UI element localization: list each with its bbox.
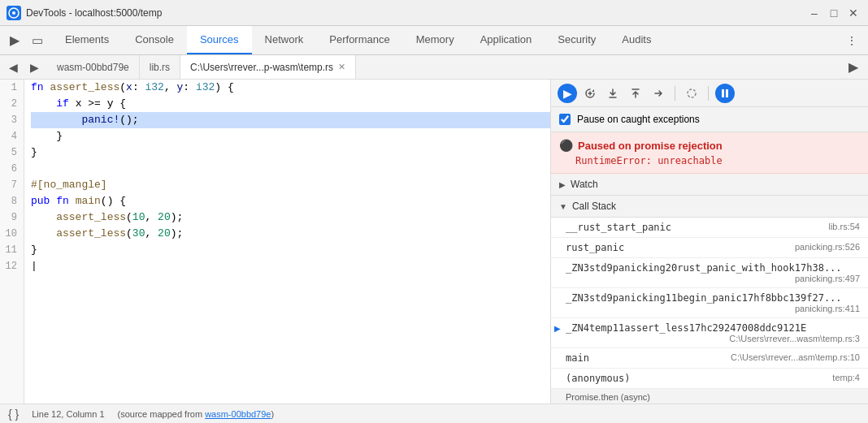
- error-banner: ⚫ Paused on promise rejection RuntimeErr…: [551, 132, 868, 174]
- devtools-icon: [7, 6, 21, 20]
- code-line-3: panic!();: [31, 112, 550, 128]
- content-area: 1 2 3 4 5 6 7 8 9 10 11 12 fn asse: [0, 80, 868, 404]
- window-controls: – □ ✕: [806, 5, 861, 21]
- cursor-position: Line 12, Column 1: [32, 409, 104, 419]
- svg-rect-4: [726, 89, 728, 97]
- stack-fn-name-5: main: [566, 352, 724, 364]
- device-icon[interactable]: ▭: [28, 31, 47, 50]
- call-stack-label: Call Stack: [572, 201, 616, 212]
- line-numbers: 1 2 3 4 5 6 7 8 9 10 11 12: [0, 80, 24, 404]
- tab-audits[interactable]: Audits: [609, 26, 664, 54]
- stack-item-6[interactable]: (anonymous) temp:4: [551, 369, 868, 389]
- watch-label: Watch: [571, 179, 598, 190]
- tab-performance[interactable]: Performance: [316, 26, 402, 54]
- svg-rect-3: [722, 89, 724, 97]
- right-panel: ▶: [551, 80, 868, 404]
- stack-item-2[interactable]: _ZN3std9panicking20rust_panic_with_hook1…: [551, 258, 868, 288]
- stack-item-0[interactable]: __rust_start_panic lib.rs:54: [551, 218, 868, 238]
- step-over-button[interactable]: [580, 84, 600, 103]
- code-line-2: if x >= y {: [31, 96, 550, 112]
- file-tab-right: ▶: [844, 55, 868, 79]
- deactivate-breakpoints-button[interactable]: [682, 84, 701, 103]
- tab-elements[interactable]: Elements: [52, 26, 122, 54]
- code-line-1: fn assert_less(x: i32, y: i32) {: [31, 80, 550, 96]
- svg-point-2: [688, 89, 696, 97]
- watch-section-header[interactable]: ▶ Watch: [551, 174, 868, 196]
- stack-item-4[interactable]: _ZN4temp11assert_less17hc29247008ddc9121…: [551, 318, 868, 348]
- stack-location-0: lib.rs:54: [828, 222, 860, 231]
- error-title: ⚫ Paused on promise rejection: [559, 139, 860, 152]
- file-tab-librs[interactable]: lib.rs: [140, 55, 180, 79]
- code-line-4: }: [31, 128, 550, 145]
- stack-fn-name-3: _ZN3std9panicking11begin_panic17hf8bbc13…: [566, 292, 860, 304]
- error-circle-icon: ⚫: [559, 139, 573, 152]
- inspector-icon[interactable]: ▶: [5, 31, 24, 50]
- tab-network[interactable]: Network: [252, 26, 317, 54]
- source-map-link[interactable]: wasm-00bbd79e: [205, 409, 271, 419]
- stack-file-3: panicking.rs:411: [566, 304, 860, 313]
- format-icon[interactable]: { }: [8, 408, 19, 421]
- stack-location-6: temp:4: [832, 373, 860, 382]
- call-stack-section-header[interactable]: ▼ Call Stack: [551, 196, 868, 218]
- code-line-10: assert_less(30, 20);: [31, 226, 550, 242]
- tab-memory[interactable]: Memory: [403, 26, 467, 54]
- code-line-9: assert_less(10, 20);: [31, 209, 550, 226]
- maximize-button[interactable]: □: [826, 5, 842, 21]
- code-line-8: pub fn main() {: [31, 193, 550, 209]
- main-tabs: ▶ ▭ Elements Console Sources Network Per…: [0, 26, 868, 55]
- watch-chevron-icon: ▶: [559, 180, 566, 189]
- stack-location-1: panicking.rs:526: [795, 242, 860, 252]
- window-title: DevTools - localhost:5000/temp: [26, 7, 806, 19]
- tab-application[interactable]: Application: [467, 26, 545, 54]
- pause-exceptions-label: Pause on caught exceptions: [577, 114, 700, 125]
- forward-icon[interactable]: ▶: [24, 58, 44, 77]
- code-line-11: }: [31, 242, 550, 258]
- code-line-7: #[no_mangle]: [31, 177, 550, 193]
- add-tab-icon[interactable]: ▶: [844, 58, 863, 77]
- tab-security[interactable]: Security: [545, 26, 609, 54]
- step-out-button[interactable]: [626, 84, 645, 103]
- pause-exceptions: Pause on caught exceptions: [551, 107, 868, 132]
- code-line-6: [31, 161, 550, 177]
- stack-fn-name-2: _ZN3std9panicking20rust_panic_with_hook1…: [566, 262, 860, 274]
- file-tab-wasm[interactable]: wasm-00bbd79e: [47, 55, 140, 79]
- code-editor[interactable]: 1 2 3 4 5 6 7 8 9 10 11 12 fn asse: [0, 80, 551, 404]
- stack-item-1[interactable]: rust_panic panicking.rs:526: [551, 238, 868, 258]
- status-bar: { } Line 12, Column 1 (source mapped fro…: [0, 404, 868, 423]
- code-line-5: }: [31, 145, 550, 161]
- sources-panel: ◀ ▶ wasm-00bbd79e lib.rs C:\Users\rrever…: [0, 55, 868, 404]
- code-line-12: |: [31, 258, 550, 274]
- stack-location-5: C:\Users\rrever...asm\temp.rs:10: [731, 352, 860, 362]
- more-tabs-icon[interactable]: ⋮: [842, 31, 861, 50]
- pause-button[interactable]: [715, 84, 735, 103]
- file-tab-temprs[interactable]: C:\Users\rrever...p-wasm\temp.rs ✕: [180, 55, 356, 79]
- step-button[interactable]: [649, 84, 668, 103]
- stack-fn-name-0: __rust_start_panic: [566, 222, 822, 233]
- close-button[interactable]: ✕: [845, 5, 861, 21]
- titlebar: DevTools - localhost:5000/temp – □ ✕: [0, 0, 868, 26]
- stack-file-4: C:\Users\rrever...wasm\temp.rs:3: [566, 334, 860, 343]
- close-tab-icon[interactable]: ✕: [338, 62, 345, 72]
- back-icon[interactable]: ◀: [3, 58, 23, 77]
- stack-fn-name-4: _ZN4temp11assert_less17hc29247008ddc9121…: [566, 322, 860, 334]
- minimize-button[interactable]: –: [806, 5, 822, 21]
- debugger-toolbar: ▶: [551, 80, 868, 107]
- source-map-text: (source mapped from wasm-00bbd79e): [118, 409, 275, 419]
- stack-item-5[interactable]: main C:\Users\rrever...asm\temp.rs:10: [551, 348, 868, 369]
- file-tab-nav: ◀ ▶: [0, 55, 47, 79]
- async-separator: Promise.then (async): [551, 389, 868, 404]
- tab-sources[interactable]: Sources: [187, 26, 252, 54]
- svg-point-1: [12, 11, 15, 15]
- tab-icon-area: ▶ ▭: [0, 26, 52, 54]
- pause-exceptions-checkbox[interactable]: [559, 114, 571, 125]
- resume-button[interactable]: ▶: [558, 84, 577, 103]
- code-lines: fn assert_less(x: i32, y: i32) { if x >=…: [24, 80, 550, 404]
- call-stack-chevron-icon: ▼: [559, 202, 567, 211]
- stack-item-3[interactable]: _ZN3std9panicking11begin_panic17hf8bbc13…: [551, 288, 868, 318]
- tabs-overflow: ⋮: [842, 26, 868, 54]
- right-panel-content[interactable]: Pause on caught exceptions ⚫ Paused on p…: [551, 107, 868, 404]
- step-into-button[interactable]: [603, 84, 623, 103]
- file-tabs: ◀ ▶ wasm-00bbd79e lib.rs C:\Users\rrever…: [0, 55, 868, 80]
- tab-console[interactable]: Console: [122, 26, 187, 54]
- devtools-body: ◀ ▶ wasm-00bbd79e lib.rs C:\Users\rrever…: [0, 55, 868, 423]
